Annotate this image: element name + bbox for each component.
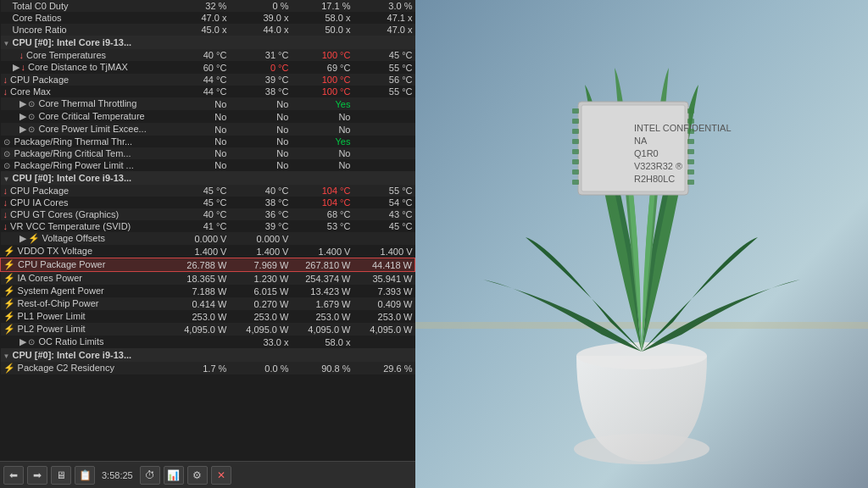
- section-label: CPU [#0]: Intel Core i9-13...: [12, 37, 131, 47]
- row-name: ▶⊙ Core Critical Temperature: [1, 110, 168, 123]
- table-row: Total C0 Duty 32 % 0 % 17.1 % 3.0 %: [1, 0, 415, 12]
- table-row: ⚡ PL1 Power Limit 253.0 W 253.0 W 253.0 …: [1, 310, 415, 323]
- table-row: ⊙ Package/Ring Critical Tem... No No No: [1, 147, 415, 159]
- table-row: ▶⊙ Core Thermal Throttling No No Yes: [1, 97, 415, 110]
- table-row: Uncore Ratio 45.0 x 44.0 x 50.0 x 47.0 x: [1, 24, 415, 36]
- svg-text:R2H80LC: R2H80LC: [634, 174, 675, 184]
- row-val1: 45.0 x: [167, 24, 229, 36]
- row-val4: 47.1 x: [353, 12, 415, 24]
- power-icon: ⚡: [3, 363, 15, 373]
- table-row: ⚡ PL2 Power Limit 4,095.0 W 4,095.0 W 4,…: [1, 323, 415, 336]
- expand-icon[interactable]: ▶: [13, 62, 19, 72]
- temp-icon: ↓: [3, 186, 8, 196]
- table-row: ↓ Core Temperatures 40 °C 31 °C 100 °C 4…: [1, 49, 415, 61]
- svg-rect-11: [572, 108, 579, 114]
- row-name: Uncore Ratio: [1, 24, 168, 36]
- row-name: ↓ Core Temperatures: [1, 49, 168, 61]
- row-name: ↓ Core Max: [1, 86, 168, 97]
- table-row: ↓ Core Max 44 °C 38 °C 100 °C 55 °C: [1, 86, 415, 97]
- svg-rect-22: [687, 139, 694, 144]
- section-header[interactable]: ▼ CPU [#0]: Intel Core i9-13...: [1, 171, 415, 185]
- row-name: ▶↓ Core Distance to TjMAX: [1, 61, 168, 74]
- expand-icon[interactable]: ▶: [19, 336, 26, 347]
- row-name: ⚡ PL1 Power Limit: [1, 310, 168, 323]
- row-val4: 47.0 x: [353, 24, 415, 36]
- table-row: ▶⊙ Core Power Limit Excee... No No No: [1, 123, 415, 136]
- section2-label: CPU [#0]: Intel Core i9-13...: [12, 173, 131, 183]
- table-row: ↓ CPU IA Cores 45 °C 38 °C 104 °C 54 °C: [1, 197, 415, 208]
- row-val3: 58.0 x: [291, 12, 353, 24]
- svg-point-3: [576, 342, 707, 369]
- row-val1: 47.0 x: [167, 12, 229, 24]
- background-image: INTEL CONFIDENTIAL NA Q1R0 V323R32 ® R2H…: [415, 0, 868, 488]
- sensor-table: Total C0 Duty 32 % 0 % 17.1 % 3.0 % Core…: [0, 0, 415, 374]
- row-val1: 32 %: [167, 0, 229, 12]
- row-name: ↓ CPU Package: [1, 185, 168, 197]
- circle-icon: ⊙: [28, 337, 35, 347]
- row-name: ⚡ VDDO TX Voltage: [1, 245, 168, 258]
- expand-icon[interactable]: ▶: [19, 124, 26, 134]
- svg-rect-13: [572, 129, 579, 134]
- svg-rect-26: [687, 180, 694, 185]
- row-val3: 17.1 %: [291, 0, 353, 12]
- section3-label: CPU [#0]: Intel Core i9-13...: [12, 350, 131, 360]
- svg-rect-24: [687, 159, 694, 164]
- table-row: ↓ CPU Package 44 °C 39 °C 100 °C 56 °C: [1, 74, 415, 86]
- power-icon: ⚡: [3, 246, 15, 256]
- temp-icon: ↓: [3, 197, 8, 208]
- nav-forward-button[interactable]: ➡: [27, 466, 47, 485]
- section-header[interactable]: ▼ CPU [#0]: Intel Core i9-13...: [1, 36, 415, 49]
- expand-icon[interactable]: ▶: [19, 111, 26, 121]
- row-name: ⚡ System Agent Power: [1, 285, 168, 297]
- timer-icon[interactable]: ⏱: [140, 466, 160, 485]
- row-val2: 39.0 x: [229, 12, 291, 24]
- left-panel: Total C0 Duty 32 % 0 % 17.1 % 3.0 % Core…: [0, 0, 415, 488]
- temp-icon: ↓: [21, 62, 26, 72]
- svg-rect-15: [572, 149, 579, 154]
- table-row: ▶⚡ Voltage Offsets 0.000 V 0.000 V: [1, 232, 415, 245]
- svg-rect-21: [687, 129, 694, 134]
- table-row: ▶⊙ Core Critical Temperature No No No: [1, 110, 415, 123]
- circle-icon: ⊙: [28, 112, 35, 121]
- row-name: ⚡ PL2 Power Limit: [1, 323, 168, 336]
- svg-rect-14: [572, 139, 579, 144]
- svg-rect-12: [572, 119, 579, 124]
- temp-icon: ↓: [3, 86, 8, 97]
- svg-rect-20: [687, 119, 694, 124]
- settings-button[interactable]: ⚙: [187, 466, 208, 485]
- circle-icon: ⊙: [3, 137, 10, 147]
- chart-button[interactable]: 📊: [164, 466, 184, 485]
- taskbar: ⬅ ➡ 🖥 📋 3:58:25 ⏱ 📊 ⚙ ✕: [0, 461, 415, 488]
- circle-icon: ⊙: [28, 125, 35, 134]
- section3-header[interactable]: ▼ CPU [#0]: Intel Core i9-13...: [1, 348, 415, 362]
- report-button[interactable]: 📋: [75, 466, 95, 485]
- power-icon: ⚡: [3, 324, 15, 334]
- table-row: ↓ CPU GT Cores (Graphics) 40 °C 36 °C 68…: [1, 208, 415, 220]
- power-icon: ⚡: [3, 273, 15, 283]
- expand-icon[interactable]: ▶: [19, 233, 26, 243]
- clock-time: 3:58:25: [102, 470, 133, 480]
- svg-rect-25: [687, 169, 694, 175]
- temp-icon: ↓: [3, 75, 8, 85]
- right-panel: INTEL CONFIDENTIAL NA Q1R0 V323R32 ® R2H…: [415, 0, 868, 488]
- power-icon: ⚡: [28, 233, 40, 243]
- row-name: ▶⊙ Core Power Limit Excee...: [1, 123, 168, 136]
- scene-svg: INTEL CONFIDENTIAL NA Q1R0 V323R32 ® R2H…: [415, 0, 868, 488]
- collapse-arrow-icon: ▼: [3, 40, 10, 47]
- collapse-arrow-icon: ▼: [3, 352, 10, 360]
- table-row: ⚡ Package C2 Residency 1.7 % 0.0 % 90.8 …: [1, 362, 415, 374]
- close-button[interactable]: ✕: [211, 466, 231, 485]
- power-icon: ⚡: [3, 311, 15, 321]
- table-row: ↓ CPU Package 45 °C 40 °C 104 °C 55 °C: [1, 185, 415, 197]
- nav-back-button[interactable]: ⬅: [3, 466, 24, 485]
- expand-icon[interactable]: ▶: [19, 98, 26, 108]
- table-row: ▶↓ Core Distance to TjMAX 60 °C 0 °C 69 …: [1, 61, 415, 74]
- temp-icon: ↓: [3, 221, 8, 231]
- monitor-button[interactable]: 🖥: [51, 466, 71, 485]
- row-name: ↓ CPU Package: [1, 74, 168, 86]
- table-row: ▶⊙ OC Ratio Limits 33.0 x 58.0 x: [1, 336, 415, 348]
- row-name: ▶⚡ Voltage Offsets: [1, 232, 168, 245]
- svg-text:NA: NA: [634, 136, 648, 146]
- table-row: ⊙ Package/Ring Thermal Thr... No No Yes: [1, 136, 415, 147]
- table-row: ↓ VR VCC Temperature (SVID) 41 °C 39 °C …: [1, 220, 415, 232]
